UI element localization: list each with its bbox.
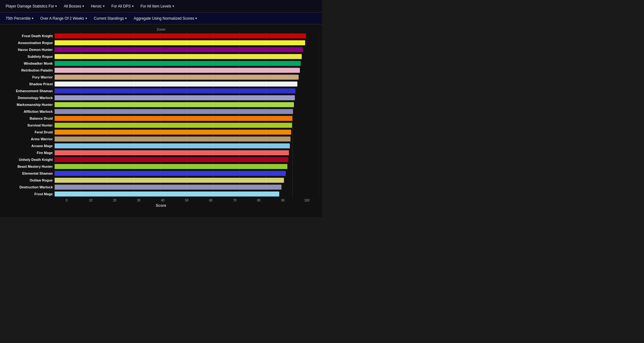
table-row: Frost Mage [3,191,319,197]
spec-label: Unholy Death Knight [3,158,55,162]
table-row: Retribution Paladin [3,67,319,74]
table-row: Havoc Demon Hunter [3,46,319,53]
x-tick: 70 [223,199,247,202]
chart-container: Zoom Frost Death KnightAssassination Rog… [0,24,322,217]
chart-rows: Frost Death KnightAssassination RogueHav… [3,32,319,197]
table-row: Frost Death Knight [3,32,319,39]
bar [55,137,290,142]
table-row: Beast Mastery Hunter [3,163,319,170]
table-row: Enhancement Shaman [3,87,319,94]
x-tick: 80 [247,199,271,202]
bar [55,143,290,148]
bar [55,47,303,52]
heroic-btn[interactable]: Heroic [88,3,107,10]
bar [55,40,305,45]
for-all-dps-btn[interactable]: For All DPS [109,3,136,10]
spec-label: Havoc Demon Hunter [3,48,55,52]
spec-label: Balance Druid [3,117,55,120]
bar [55,88,295,93]
spec-label: Elemental Shaman [3,172,55,175]
spec-label: Retribution Paladin [3,68,55,72]
bar [55,75,299,80]
bar [55,178,284,183]
top-bar: Player Damage Statistics For All Bosses … [0,0,322,12]
table-row: Arms Warrior [3,136,319,142]
bar [55,33,306,38]
for-all-item-levels-btn[interactable]: For All Item Levels [138,3,177,10]
bar [55,171,286,176]
spec-label: Enhancement Shaman [3,89,55,93]
x-tick: 60 [199,199,223,202]
spec-label: Demonology Warlock [3,96,55,100]
spec-label: Outlaw Rogue [3,178,55,182]
spec-label: Shadow Priest [3,82,55,86]
bar [55,54,302,59]
spec-label: Fury Warrior [3,75,55,79]
x-tick: 90 [271,199,295,202]
table-row: Arcane Mage [3,142,319,149]
range-btn[interactable]: Over A Range Of 2 Weeks [38,15,90,22]
spec-label: Subtlety Rogue [3,55,55,58]
bar [55,82,297,87]
bar [55,130,291,135]
spec-label: Frost Mage [3,192,55,196]
table-row: Fury Warrior [3,74,319,81]
table-row: Shadow Priest [3,81,319,87]
table-row: Survival Hunter [3,122,319,129]
bar [55,157,288,162]
x-tick: 100 [295,199,319,202]
spec-label: Arms Warrior [3,137,55,141]
x-axis: 0102030405060708090100 [55,199,319,202]
spec-label: Assassination Rogue [3,41,55,45]
spec-label: Feral Druid [3,130,55,134]
spec-label: Survival Hunter [3,123,55,127]
bar [55,185,281,190]
current-standings-btn[interactable]: Current Standings [91,15,129,22]
second-bar: 75th Percentile Over A Range Of 2 Weeks … [0,12,322,24]
bar [55,116,292,121]
table-row: Demonology Warlock [3,94,319,101]
percentile-btn[interactable]: 75th Percentile [3,15,36,22]
table-row: Unholy Death Knight [3,156,319,163]
bar [55,164,287,169]
bar [55,61,301,66]
table-row: Destruction Warlock [3,184,319,191]
spec-label: Beast Mastery Hunter [3,165,55,168]
spec-label: Fire Mage [3,151,55,155]
table-row: Windwalker Monk [3,60,319,67]
spec-label: Windwalker Monk [3,62,55,65]
table-row: Affliction Warlock [3,108,319,115]
x-tick: 20 [103,199,127,202]
player-damage-btn[interactable]: Player Damage Statistics For [3,3,59,10]
bar [55,109,293,114]
bar [55,150,289,155]
table-row: Outlaw Rogue [3,177,319,184]
all-bosses-btn[interactable]: All Bosses [61,3,86,10]
bar [55,102,294,107]
table-row: Elemental Shaman [3,170,319,177]
x-tick: 40 [151,199,175,202]
x-tick: 0 [55,199,79,202]
bar [55,95,295,100]
x-tick: 10 [79,199,103,202]
table-row: Fire Mage [3,149,319,156]
table-row: Subtlety Rogue [3,53,319,60]
table-row: Marksmanship Hunter [3,101,319,108]
spec-label: Destruction Warlock [3,185,55,189]
spec-label: Arcane Mage [3,144,55,148]
spec-label: Affliction Warlock [3,110,55,113]
table-row: Assassination Rogue [3,39,319,46]
x-axis-label: Score [3,203,319,208]
aggregate-btn[interactable]: Aggregate Using Normalized Scores [131,15,199,22]
x-tick: 30 [127,199,151,202]
bar [55,123,292,128]
table-row: Feral Druid [3,129,319,136]
x-tick: 50 [175,199,199,202]
spec-label: Frost Death Knight [3,34,55,38]
zoom-label: Zoom [3,27,319,31]
table-row: Balance Druid [3,115,319,122]
bar [55,68,300,73]
bar [55,191,279,196]
spec-label: Marksmanship Hunter [3,103,55,107]
